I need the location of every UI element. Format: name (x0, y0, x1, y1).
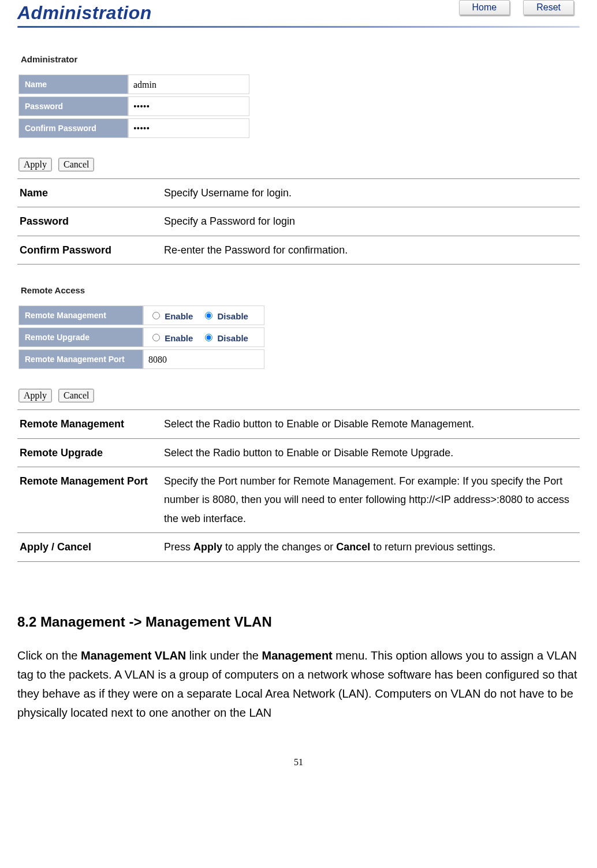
table-row: Remote ManagementSelect the Radio button… (17, 410, 580, 438)
remote-management-label: Remote Management (18, 306, 143, 325)
table-row: PasswordSpecify a Password for login (17, 207, 580, 236)
table-row: Apply / CancelPress Apply to apply the c… (17, 533, 580, 561)
password-input[interactable] (132, 101, 245, 113)
doc-desc: Select the Radio button to Enable or Dis… (162, 438, 580, 467)
name-label: Name (18, 74, 128, 94)
remote-management-enable[interactable]: Enable (150, 310, 193, 321)
confirm-password-label: Confirm Password (18, 118, 128, 138)
administrator-section-title: Administrator (21, 54, 580, 64)
page-title: Administration (17, 2, 152, 23)
remote-upgrade-enable[interactable]: Enable (150, 332, 193, 343)
apply-button-2[interactable]: Apply (18, 389, 52, 403)
name-input[interactable] (132, 79, 245, 91)
remote-doc-table: Remote ManagementSelect the Radio button… (17, 409, 580, 561)
doc-term: Name (17, 179, 162, 207)
home-button[interactable]: Home (459, 0, 510, 15)
table-row: Confirm PasswordRe-enter the Password fo… (17, 236, 580, 264)
doc-term: Remote Management (17, 410, 162, 438)
header-divider (17, 26, 580, 28)
doc-term: Remote Management Port (17, 467, 162, 532)
doc-term: Remote Upgrade (17, 438, 162, 467)
header-bar: Administration Home Reset (17, 0, 580, 28)
cancel-button[interactable]: Cancel (58, 158, 94, 172)
table-row: NameSpecify Username for login. (17, 179, 580, 207)
remote-management-port-input[interactable] (147, 354, 188, 366)
administrator-form: Name Password Confirm Password (18, 72, 249, 140)
page-number: 51 (17, 757, 580, 768)
remote-management-disable[interactable]: Disable (202, 310, 248, 321)
cancel-button-2[interactable]: Cancel (58, 389, 94, 403)
doc-desc: Specify the Port number for Remote Manag… (162, 467, 580, 532)
section-8-2-body: Click on the Management VLAN link under … (17, 646, 580, 722)
reset-button[interactable]: Reset (523, 0, 574, 15)
apply-button[interactable]: Apply (18, 158, 52, 172)
doc-desc: Specify a Password for login (162, 207, 580, 236)
section-8-2-heading: 8.2 Management -> Management VLAN (17, 614, 580, 630)
administrator-doc-table: NameSpecify Username for login.PasswordS… (17, 178, 580, 265)
doc-desc: Press Apply to apply the changes or Canc… (162, 533, 580, 561)
remote-upgrade-label: Remote Upgrade (18, 327, 143, 347)
doc-term: Apply / Cancel (17, 533, 162, 561)
remote-management-port-label: Remote Management Port (18, 349, 143, 369)
doc-desc: Specify Username for login. (162, 179, 580, 207)
remote-access-section-title: Remote Access (21, 285, 580, 295)
password-label: Password (18, 96, 128, 116)
table-row: Remote UpgradeSelect the Radio button to… (17, 438, 580, 467)
remote-access-form: Remote Management Enable Disable Remote … (18, 303, 264, 371)
remote-upgrade-disable[interactable]: Disable (202, 332, 248, 343)
table-row: Remote Management PortSpecify the Port n… (17, 467, 580, 532)
doc-term: Confirm Password (17, 236, 162, 264)
doc-desc: Re-enter the Password for confirmation. (162, 236, 580, 264)
doc-desc: Select the Radio button to Enable or Dis… (162, 410, 580, 438)
confirm-password-input[interactable] (132, 123, 245, 135)
doc-term: Password (17, 207, 162, 236)
